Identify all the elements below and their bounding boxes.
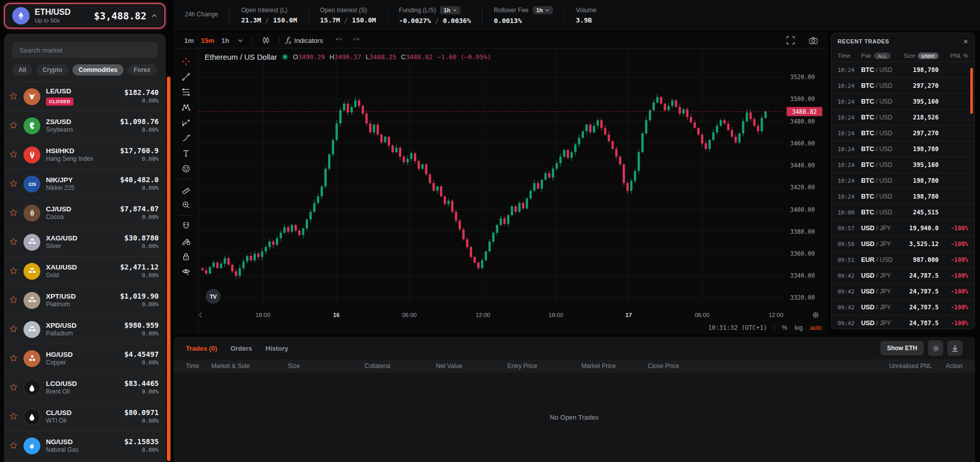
- brush-icon[interactable]: [177, 130, 194, 145]
- pan-left-icon[interactable]: [200, 312, 202, 318]
- recent-trades-scrollbar[interactable]: [970, 68, 973, 114]
- fullscreen-icon[interactable]: [783, 36, 798, 44]
- timeframe-dropdown[interactable]: 1h: [533, 6, 553, 14]
- favorite-star-icon[interactable]: [9, 237, 18, 247]
- show-eth-button[interactable]: Show ETH: [880, 341, 924, 355]
- indicators-fx-icon: ƒx: [286, 36, 291, 45]
- emoji-icon[interactable]: [177, 161, 194, 176]
- recent-trade-row[interactable]: 09:42USD / JPY24,787.5-100%: [831, 268, 974, 283]
- favorite-star-icon[interactable]: [9, 325, 18, 334]
- recent-trade-row[interactable]: 09:42USD / JPY24,787.5-100%: [831, 283, 974, 299]
- indicators-button[interactable]: ƒx Indicators: [286, 36, 323, 45]
- tab-trades-0-[interactable]: Trades (0): [186, 345, 217, 352]
- market-row-xau-usd[interactable]: XAU/USDGold$2,471.120.00%: [4, 257, 166, 286]
- recent-trade-row[interactable]: 10:24BTC / USD297,270: [831, 78, 974, 93]
- recent-trade-row[interactable]: 10:24BTC / USD198,780: [831, 173, 974, 188]
- recent-trade-row[interactable]: 10:24BTC / USD297,270: [831, 125, 974, 141]
- favorite-star-icon[interactable]: [9, 266, 18, 276]
- log-scale-button[interactable]: log: [795, 324, 803, 331]
- undo-icon[interactable]: [332, 37, 347, 43]
- recent-trade-row[interactable]: 09:57USD / JPY19,940.0-100%: [831, 220, 974, 236]
- fib-retracement-icon[interactable]: [177, 84, 194, 100]
- timeframe-1m[interactable]: 1m: [181, 36, 198, 45]
- favorite-star-icon[interactable]: [9, 354, 18, 363]
- filter-forex[interactable]: Forex: [128, 64, 157, 76]
- tab-history[interactable]: History: [265, 345, 288, 352]
- timeframe-1h[interactable]: 1h: [218, 36, 233, 45]
- xabcd-pattern-icon[interactable]: [177, 100, 194, 115]
- favorite-star-icon[interactable]: [9, 92, 18, 101]
- forecast-icon[interactable]: [177, 115, 194, 130]
- lock-icon[interactable]: [177, 249, 194, 264]
- redo-icon[interactable]: [349, 37, 363, 43]
- search-input[interactable]: [18, 46, 152, 55]
- market-row-ng-usd[interactable]: NG/USDNatural Gas$2.158350.00%: [4, 431, 166, 460]
- recent-trade-row[interactable]: 10:24BTC / USD198,780: [831, 141, 974, 157]
- cow-icon: [23, 88, 40, 105]
- recent-trade-row[interactable]: 10:24BTC / USD198,780: [831, 188, 974, 204]
- recent-trade-row[interactable]: 09:42USD / JPY24,787.5-100%: [831, 299, 974, 315]
- market-row-le-usd[interactable]: LE/USDCLOSED$182.7400.00%: [4, 82, 166, 111]
- market-row-xpd-usd[interactable]: XPD/USDPalladium$980.9590.00%: [4, 315, 166, 344]
- timeframe-15m[interactable]: 15m: [198, 36, 218, 45]
- market-price: $1,019.90: [120, 292, 159, 301]
- market-row-hsi-hkd[interactable]: HSI/HKDHang Seng Index$17,760.90.00%: [4, 140, 166, 169]
- text-icon[interactable]: [177, 145, 194, 161]
- filter-all[interactable]: All: [12, 64, 32, 76]
- favorite-star-icon[interactable]: [9, 179, 18, 188]
- pair-filter-badge[interactable]: ALL: [874, 53, 890, 59]
- percent-scale-button[interactable]: %: [782, 324, 788, 331]
- drawing-mode-icon[interactable]: [177, 233, 194, 249]
- recent-trade-row[interactable]: 10:24BTC / USD198,780: [831, 62, 974, 78]
- tradingview-logo[interactable]: TV: [206, 289, 220, 304]
- candlestick-chart[interactable]: 3520.003500.003480.003460.003440.003420.…: [199, 48, 828, 321]
- recent-trade-row[interactable]: 10:24BTC / USD395,160: [831, 93, 974, 109]
- favorite-star-icon[interactable]: [9, 383, 18, 392]
- favorite-star-icon[interactable]: [9, 441, 18, 450]
- eye-icon[interactable]: [177, 264, 194, 279]
- recent-trade-row[interactable]: 10:00BTC / USD245,515: [831, 204, 974, 220]
- candles-icon[interactable]: [259, 36, 273, 44]
- recent-trade-row[interactable]: 09:42USD / JPY24,787.5-100%: [831, 315, 974, 329]
- trade-size: 24,787.5: [900, 320, 939, 327]
- favorite-star-icon[interactable]: [9, 208, 18, 217]
- camera-icon[interactable]: [806, 37, 821, 44]
- sidebar-scrollbar[interactable]: [167, 77, 170, 461]
- recent-trade-row[interactable]: 09:56USD / JPY3,525.12-100%: [831, 236, 974, 252]
- filter-commodities[interactable]: Commodities: [72, 64, 124, 76]
- favorite-star-icon[interactable]: [9, 412, 18, 421]
- favorite-star-icon[interactable]: [9, 150, 18, 159]
- bars-icon: [23, 263, 40, 280]
- auto-scale-button[interactable]: auto: [810, 324, 822, 331]
- favorite-star-icon[interactable]: [9, 121, 18, 130]
- ruler-icon[interactable]: [177, 182, 194, 197]
- pair-selector[interactable]: ETH/USD Up to 50x $3,488.82: [4, 3, 165, 29]
- market-row-lco-usd[interactable]: LCO/USDBrent Oil$83.44650.00%: [4, 373, 166, 402]
- recent-trade-row[interactable]: 10:24BTC / USD218,526: [831, 109, 974, 125]
- magnet-icon[interactable]: [177, 218, 194, 233]
- crosshair-icon[interactable]: [177, 54, 194, 69]
- close-icon[interactable]: ×: [963, 37, 968, 46]
- chart-plot[interactable]: 3520.003500.003480.003460.003440.003420.…: [199, 48, 828, 321]
- timeframe-dropdown[interactable]: 1h: [440, 6, 460, 14]
- recent-trade-row[interactable]: 09:51EUR / USD987.000-100%: [831, 252, 974, 268]
- market-row-nik-jpy[interactable]: 225NIK/JPYNikkei 225$40,482.00.00%: [4, 169, 166, 199]
- time-axis-settings-icon[interactable]: [813, 312, 819, 318]
- market-row-hg-usd[interactable]: HG/USDCopper$4.454970.00%: [4, 344, 166, 373]
- chevron-down-icon[interactable]: [235, 39, 246, 42]
- market-row-xag-usd[interactable]: XAG/USDSilver$30.87800.00%: [4, 228, 166, 257]
- zoom-in-icon[interactable]: [177, 197, 194, 212]
- download-icon[interactable]: [947, 341, 963, 356]
- market-row-cl-usd[interactable]: CL/USDWTI Oil$80.09710.00%: [4, 402, 166, 431]
- trend-line-icon[interactable]: [177, 69, 194, 84]
- size-currency-badge[interactable]: USDC: [918, 53, 939, 59]
- tab-orders[interactable]: Orders: [230, 345, 252, 352]
- search-market-box[interactable]: [12, 42, 158, 58]
- gear-icon[interactable]: [928, 341, 943, 356]
- favorite-star-icon[interactable]: [9, 296, 18, 305]
- market-row-zs-usd[interactable]: ZS/USDSoybeans$1,098.760.00%: [4, 111, 166, 140]
- recent-trade-row[interactable]: 10:24BTC / USD395,160: [831, 157, 974, 173]
- filter-crypto[interactable]: Crypto: [36, 64, 68, 76]
- market-row-cj-usd[interactable]: CJ/USDCocoa$7,874.070.00%: [4, 199, 166, 228]
- market-row-xpt-usd[interactable]: XPT/USDPlatinum$1,019.900.00%: [4, 286, 166, 315]
